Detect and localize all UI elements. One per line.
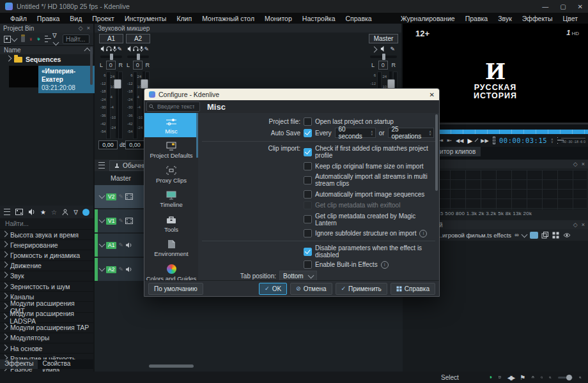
timeline-horizontal-scrollbar[interactable]: [149, 364, 194, 368]
tab-clip-properties[interactable]: Свойства клипа: [38, 359, 93, 369]
effects-category[interactable]: Модуляторы: [0, 333, 93, 343]
view-mode-icon[interactable]: [4, 36, 17, 43]
clip-import-option[interactable]: Keep clip original frame size on import: [304, 162, 434, 170]
master-label[interactable]: Master: [369, 34, 398, 43]
timeline-menu-icon[interactable]: [98, 162, 105, 169]
favorites-icon[interactable]: ★: [40, 209, 46, 216]
tag-status-icon[interactable]: [490, 373, 492, 381]
sidebar-item-misc[interactable]: Misc: [144, 113, 198, 137]
maximize-button[interactable]: ▢: [560, 3, 566, 10]
menu-effects[interactable]: Эффекты: [517, 14, 558, 23]
channel-label[interactable]: A1: [99, 34, 123, 43]
volume-fader[interactable]: 6 -12 -18 -24 -30 -36 -42 -54 24 10 4 -4…: [100, 71, 123, 138]
play-icon[interactable]: ▶: [467, 137, 472, 144]
bin-scrollbar[interactable]: [90, 47, 93, 85]
track-header-v2[interactable]: V2 ✎: [95, 185, 147, 208]
delete-icon[interactable]: [29, 36, 33, 43]
menu-monitor[interactable]: Монитор: [259, 14, 297, 23]
star-outline-icon[interactable]: ☆: [51, 209, 57, 216]
record-mic-icon[interactable]: [139, 46, 144, 52]
effects-category[interactable]: Движение: [0, 261, 93, 271]
link-icon[interactable]: ∞: [514, 232, 518, 238]
balance-slider[interactable]: [100, 56, 122, 58]
info-icon[interactable]: [381, 261, 389, 269]
track-tag[interactable]: V1: [106, 218, 116, 225]
track-header-a1[interactable]: A1 ✎: [95, 234, 147, 257]
track-effects-icon[interactable]: ✎: [118, 193, 123, 200]
track-tag[interactable]: V2: [106, 193, 116, 200]
menu-timeline[interactable]: Монтажный стол: [197, 14, 259, 23]
settings-search-input[interactable]: [156, 103, 196, 110]
collapse-icon[interactable]: [99, 241, 105, 248]
channel-label[interactable]: A2: [126, 34, 150, 43]
show-descriptions-icon[interactable]: [82, 209, 89, 216]
autosave-operations-spinbox[interactable]: 25 operations∧∨: [388, 128, 434, 138]
grid-icon[interactable]: [552, 232, 560, 239]
track-effects-icon[interactable]: ✎: [118, 218, 123, 224]
collapse-icon[interactable]: [99, 266, 105, 272]
balance-value[interactable]: 0: [378, 61, 388, 70]
list-options-icon[interactable]: [45, 36, 48, 42]
effects-category[interactable]: Громкость и динамика: [0, 250, 93, 260]
balance-slider[interactable]: [127, 56, 149, 58]
zoom-fit-icon[interactable]: [493, 137, 495, 144]
menu-clip[interactable]: Клип: [171, 14, 197, 23]
snap-magnet-icon[interactable]: [532, 374, 534, 380]
sidebar-item-project-defaults[interactable]: Project Defaults: [144, 137, 198, 161]
effects-category[interactable]: Звук: [0, 271, 93, 282]
menu-logging[interactable]: Журналирование: [396, 14, 460, 23]
bin-search-input[interactable]: [63, 34, 89, 44]
menu-view[interactable]: Вид: [65, 14, 87, 23]
eye-icon[interactable]: [563, 232, 571, 239]
menu-edit2[interactable]: Правка: [460, 14, 493, 23]
filter-icon[interactable]: ∇: [52, 32, 58, 46]
clip-import-option[interactable]: Automatically import image sequences: [304, 190, 434, 199]
rewind-icon[interactable]: ◀◀: [456, 138, 463, 144]
close-icon[interactable]: ×: [582, 161, 585, 167]
chevron-down-icon[interactable]: [521, 231, 527, 237]
dialog-close-icon[interactable]: ✕: [429, 91, 435, 98]
balance-value[interactable]: 0: [133, 61, 143, 70]
audio-effects-icon[interactable]: [28, 209, 35, 215]
effects-filter-icon[interactable]: ∇: [74, 209, 78, 216]
info-icon[interactable]: [419, 230, 427, 237]
effects-category[interactable]: Генерирование: [0, 240, 93, 250]
bin-folder-row[interactable]: Sequences: [0, 54, 93, 64]
play-options-icon[interactable]: [475, 138, 479, 142]
forward-icon[interactable]: ▶▶: [481, 138, 488, 144]
close-icon[interactable]: ×: [582, 222, 585, 228]
sidebar-item-timeline[interactable]: Timeline: [144, 186, 198, 211]
effects-category[interactable]: Модули расширения TAP: [0, 323, 93, 333]
autosave-checkbox[interactable]: [304, 129, 312, 137]
content-scrollbar[interactable]: [435, 114, 438, 191]
track-effects-icon[interactable]: ✎: [118, 242, 123, 248]
master-effects-button[interactable]: Master: [95, 171, 147, 185]
close-button[interactable]: ✕: [578, 3, 583, 10]
builtin-effects-label[interactable]: Enable Built-in Effects: [315, 261, 378, 268]
track-header-a2[interactable]: A2 ✎: [95, 258, 147, 281]
minimize-button[interactable]: —: [542, 3, 548, 10]
menu-project[interactable]: Проект: [87, 14, 120, 23]
menu-tools[interactable]: Инструменты: [120, 14, 171, 23]
copy-icon[interactable]: [541, 232, 549, 239]
zoom-fit-icon[interactable]: [541, 374, 543, 381]
defaults-button[interactable]: По умолчанию: [148, 283, 203, 295]
expander-icon[interactable]: [6, 56, 12, 62]
collapse-icon[interactable]: [99, 217, 105, 223]
menu-help[interactable]: Справка: [341, 14, 377, 23]
effects-category[interactable]: Зернистость и шум: [0, 282, 93, 292]
effects-search-input[interactable]: [3, 220, 91, 228]
zoom-in-icon[interactable]: [579, 374, 582, 381]
gain-value[interactable]: 0,00: [125, 140, 144, 149]
track-tag[interactable]: A2: [106, 266, 116, 273]
record-mic-icon[interactable]: [112, 46, 118, 52]
tag-icon[interactable]: [37, 36, 40, 43]
open-last-project-checkbox[interactable]: [304, 117, 312, 126]
menu-file[interactable]: Файл: [5, 14, 32, 23]
solo-headphones-icon[interactable]: [133, 46, 139, 52]
clip-import-option[interactable]: Get clip metadata created by Magic Lante…: [304, 213, 434, 227]
effect-group-icon[interactable]: [530, 232, 538, 239]
monitor-timecode[interactable]: 00:00:03:15: [499, 137, 547, 144]
autosave-interval-spinbox[interactable]: 60 seconds∧∨: [335, 128, 376, 138]
effects-category[interactable]: Модули расширения LADSPA: [0, 313, 93, 323]
